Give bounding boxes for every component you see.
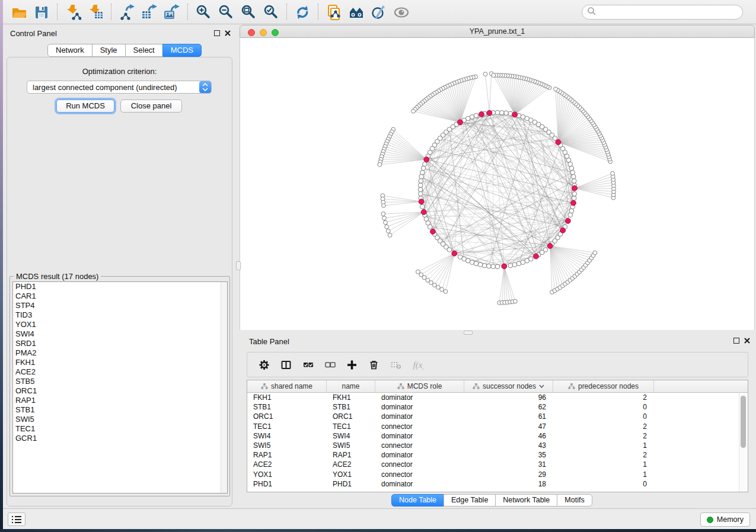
tab-edge-table[interactable]: Edge Table	[444, 494, 496, 507]
tab-style[interactable]: Style	[92, 44, 126, 57]
tab-motifs[interactable]: Motifs	[557, 494, 592, 507]
tab-mcds[interactable]: MCDS	[162, 44, 202, 57]
cell-MCDS-role: connector	[375, 470, 464, 479]
tab-select[interactable]: Select	[125, 44, 163, 57]
result-node-item[interactable]: STB5	[13, 377, 227, 386]
add-column-button[interactable]	[341, 354, 363, 376]
zoom-selected-button[interactable]	[260, 2, 282, 22]
result-node-item[interactable]: SWI5	[13, 415, 227, 424]
result-node-item[interactable]: PHD1	[13, 282, 227, 291]
settings-gear-button[interactable]	[253, 354, 275, 376]
cell-MCDS-role: dominator	[375, 393, 464, 402]
mcds-result-list[interactable]: PHD1CAR1STP4TID3YOX1SWI4SRD1PMA2FKH1ACE2…	[12, 281, 228, 493]
deselect-all-checkboxes-icon	[324, 360, 336, 370]
result-node-item[interactable]: SWI4	[13, 329, 227, 339]
result-node-item[interactable]: PMA2	[13, 348, 227, 358]
network-graph[interactable]	[240, 38, 754, 329]
memory-status-icon	[707, 517, 713, 523]
table-row[interactable]: SWI5SWI5connector431	[247, 441, 748, 450]
table-row[interactable]: FKH1FKH1dominator962	[247, 393, 748, 402]
column-header-shared-name[interactable]: shared name	[247, 380, 327, 392]
tab-network-table[interactable]: Network Table	[495, 494, 557, 507]
result-node-item[interactable]: ACE2	[13, 367, 227, 377]
import-table-icon	[87, 4, 104, 20]
close-panel-button[interactable]: Close panel	[120, 100, 182, 113]
table-row[interactable]: SWI4SWI4dominator462	[247, 431, 748, 441]
save-session-button[interactable]	[30, 2, 53, 22]
table-row[interactable]: YOX1YOX1connector291	[247, 470, 748, 479]
result-node-item[interactable]: SRD1	[13, 339, 227, 348]
export-table-button[interactable]	[138, 2, 161, 22]
memory-button[interactable]: Memory	[700, 512, 750, 527]
zoom-fit-button[interactable]	[237, 2, 260, 22]
zoom-in-button[interactable]	[192, 2, 215, 22]
toolbar-separator	[318, 4, 318, 20]
column-header-MCDS-role[interactable]: MCDS role	[375, 380, 464, 392]
result-node-item[interactable]: TID3	[13, 310, 227, 320]
result-node-item[interactable]: TEC1	[13, 424, 227, 434]
list-icon	[11, 515, 22, 524]
show-graphics-details-button[interactable]	[390, 2, 413, 22]
cell-shared-name: PHD1	[247, 479, 327, 489]
table-row[interactable]: RAP1RAP1dominator352	[247, 450, 748, 460]
result-list-scrollbar[interactable]	[221, 282, 227, 493]
tab-node-table[interactable]: Node Table	[391, 494, 444, 507]
result-node-item[interactable]: CAR1	[13, 291, 227, 301]
column-header-successor-nodes[interactable]: successor nodes	[464, 380, 553, 392]
toolbar-separator	[57, 4, 58, 20]
vizmapper-button[interactable]	[368, 2, 390, 22]
cell-predecessor-nodes: 2	[553, 422, 654, 431]
network-window-titlebar[interactable]: YPA_prune.txt_1	[240, 25, 755, 38]
table-scrollbar[interactable]	[739, 393, 747, 492]
control-panel-float-icon[interactable]	[214, 30, 220, 36]
vertical-splitter-grip[interactable]	[236, 261, 241, 270]
run-mcds-button[interactable]: Run MCDS	[56, 100, 114, 113]
refresh-button[interactable]	[291, 2, 314, 22]
open-file-button[interactable]	[8, 2, 30, 22]
select-all-checkboxes-button[interactable]	[297, 354, 319, 376]
result-node-item[interactable]: STP4	[13, 301, 227, 310]
table-panel-close-icon[interactable]	[744, 337, 751, 344]
cell-shared-name: STB1	[247, 402, 327, 412]
column-header-name[interactable]: name	[327, 380, 375, 392]
result-node-item[interactable]: FKH1	[13, 358, 227, 367]
search-field[interactable]	[582, 5, 743, 20]
table-row[interactable]: TEC1TEC1connector472	[247, 422, 748, 431]
zoom-out-button[interactable]	[215, 2, 237, 22]
deselect-all-checkboxes-button[interactable]	[319, 354, 341, 376]
table-scrollbar-thumb[interactable]	[741, 396, 746, 448]
status-bar: Memory	[3, 508, 756, 529]
mcds-result-groupbox: MCDS result (17 nodes) PHD1CAR1STP4TID3Y…	[9, 276, 230, 496]
toggle-column-button[interactable]	[275, 354, 297, 376]
optimization-criterion-dropdown[interactable]: largest connected component (undirected)	[27, 81, 212, 94]
table-row[interactable]: ACE2ACE2connector311	[247, 460, 748, 469]
table-row[interactable]: STB1STB1dominator620	[247, 402, 748, 412]
result-node-item[interactable]: GCR1	[13, 434, 227, 443]
optimization-criterion-label: Optimization criterion:	[0, 67, 239, 76]
cell-shared-name: SWI5	[247, 441, 327, 450]
table-panel-float-icon[interactable]	[733, 338, 739, 344]
result-node-item[interactable]: YOX1	[13, 320, 227, 329]
horizontal-splitter-grip[interactable]	[464, 331, 473, 335]
cell-predecessor-nodes: 2	[553, 393, 654, 402]
export-image-button[interactable]	[161, 2, 183, 22]
table-row[interactable]: PHD1PHD1dominator180	[247, 479, 748, 489]
delete-column-button[interactable]	[363, 354, 385, 376]
result-node-item[interactable]: RAP1	[13, 396, 227, 405]
control-panel-close-icon[interactable]	[224, 30, 231, 37]
first-neighbors-button[interactable]	[345, 2, 368, 22]
table-panel-tabs: Node TableEdge TableNetwork TableMotifs	[391, 494, 592, 507]
import-table-button[interactable]	[84, 2, 107, 22]
import-network-button[interactable]	[62, 2, 84, 22]
network-view-canvas[interactable]	[240, 38, 755, 330]
cell-name: YOX1	[327, 470, 375, 479]
export-network-button[interactable]	[116, 2, 138, 22]
result-node-item[interactable]: STB1	[13, 405, 227, 415]
column-header-predecessor-nodes[interactable]: predecessor nodes	[553, 380, 654, 392]
result-node-item[interactable]: ORC1	[13, 386, 227, 396]
table-row[interactable]: ORC1ORC1dominator610	[247, 412, 748, 421]
tab-network[interactable]: Network	[47, 44, 92, 57]
task-history-button[interactable]	[8, 512, 25, 526]
cell-successor-nodes: 61	[464, 412, 553, 421]
clone-network-button[interactable]	[323, 2, 345, 22]
